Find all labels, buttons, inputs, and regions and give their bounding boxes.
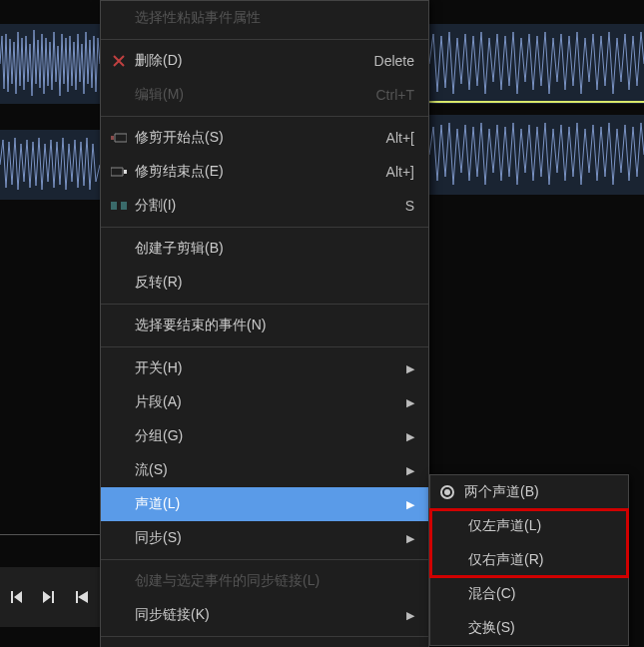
menu-item-sync-link-create: 创建与选定事件的同步链接(L) [101,564,428,598]
menu-label: 仅右声道(R) [464,551,614,569]
svg-rect-6 [124,170,127,174]
waveform-clip-right-top[interactable] [429,24,644,104]
submenu-arrow-icon: ▶ [406,362,414,375]
menu-label: 混合(C) [464,585,614,603]
submenu-item-left-only[interactable]: 仅左声道(L) [430,509,628,543]
menu-label: 创建与选定事件的同步链接(L) [131,572,414,590]
submenu-item-swap[interactable]: 交换(S) [430,611,628,645]
trim-end-icon [107,166,131,178]
menu-shortcut: Delete [374,53,414,69]
channel-submenu: 两个声道(B) 仅左声道(L) 仅右声道(R) 混合(C) 交换(S) [429,474,629,646]
menu-item-reverse[interactable]: 反转(R) [101,266,428,300]
skip-start-icon[interactable] [8,589,24,605]
menu-item-switch[interactable]: 开关(H) ▶ [101,351,428,385]
svg-rect-5 [111,136,114,140]
menu-separator [101,304,428,305]
menu-label: 声道(L) [131,495,398,513]
submenu-arrow-icon: ▶ [406,430,414,443]
menu-item-stream[interactable]: 流(S) ▶ [101,453,428,487]
submenu-item-right-only[interactable]: 仅右声道(R) [430,543,628,577]
menu-item-properties[interactable]: 属性(P)... [101,641,428,647]
menu-shortcut: Ctrl+T [376,87,415,103]
menu-item-paste-special: 选择性粘贴事件属性 [101,1,428,35]
menu-label: 仅左声道(L) [464,517,614,535]
context-menu: 选择性粘贴事件属性 删除(D) Delete 编辑(M) Ctrl+T 修剪开始… [100,0,429,647]
menu-separator [101,559,428,560]
menu-label: 分组(G) [131,427,398,445]
menu-item-edit: 编辑(M) Ctrl+T [101,78,428,112]
divider [0,534,100,535]
waveform-clip-left-mid[interactable] [0,130,100,200]
menu-item-channel[interactable]: 声道(L) ▶ [101,487,428,521]
menu-item-sync-link[interactable]: 同步链接(K) ▶ [101,598,428,632]
menu-item-take[interactable]: 片段(A) ▶ [101,385,428,419]
delete-icon [107,54,131,68]
menu-label: 选择性粘贴事件属性 [131,9,414,27]
menu-label: 交换(S) [464,619,614,637]
menu-separator [101,346,428,347]
menu-item-group[interactable]: 分组(G) ▶ [101,419,428,453]
submenu-arrow-icon: ▶ [406,464,414,477]
menu-label: 修剪开始点(S) [131,129,386,147]
menu-label: 选择要结束的事件(N) [131,317,414,334]
menu-item-subclip[interactable]: 创建子剪辑(B) [101,232,428,266]
waveform-clip-right-bottom[interactable] [429,115,644,195]
transport-bar [0,567,100,627]
svg-rect-7 [111,202,117,210]
menu-separator [101,116,428,117]
menu-separator [101,227,428,228]
radio-checked-icon [440,485,454,499]
menu-label: 分割(I) [131,197,405,215]
play-reverse-icon[interactable] [74,589,92,605]
menu-shortcut: S [405,198,414,214]
menu-item-trim-start[interactable]: 修剪开始点(S) Alt+[ [101,121,428,155]
submenu-arrow-icon: ▶ [406,396,414,409]
skip-end-icon[interactable] [41,589,57,605]
menu-separator [101,636,428,637]
menu-label: 片段(A) [131,393,398,411]
menu-item-split[interactable]: 分割(I) S [101,189,428,223]
menu-label: 创建子剪辑(B) [131,240,414,258]
menu-item-delete[interactable]: 删除(D) Delete [101,44,428,78]
menu-item-sync[interactable]: 同步(S) ▶ [101,521,428,555]
menu-label: 修剪结束点(E) [131,163,386,181]
svg-rect-8 [121,202,127,210]
menu-shortcut: Alt+] [386,164,414,180]
menu-label: 流(S) [131,461,398,479]
menu-shortcut: Alt+[ [386,130,414,146]
trim-start-icon [107,132,131,144]
menu-label: 编辑(M) [131,86,376,104]
submenu-arrow-icon: ▶ [406,498,414,511]
menu-label: 删除(D) [131,52,374,70]
menu-label: 反转(R) [131,274,414,292]
submenu-item-both-channels[interactable]: 两个声道(B) [430,475,628,509]
submenu-arrow-icon: ▶ [406,609,414,622]
menu-label: 同步(S) [131,529,398,547]
menu-label: 两个声道(B) [460,483,614,501]
submenu-arrow-icon: ▶ [406,532,414,545]
submenu-item-mix[interactable]: 混合(C) [430,577,628,611]
split-icon [107,200,131,212]
menu-item-trim-end[interactable]: 修剪结束点(E) Alt+] [101,155,428,189]
menu-separator [101,39,428,40]
menu-item-select-to-end[interactable]: 选择要结束的事件(N) [101,309,428,342]
menu-label: 同步链接(K) [131,606,398,624]
menu-label: 开关(H) [131,359,398,377]
waveform-clip-left-top[interactable] [0,24,100,104]
